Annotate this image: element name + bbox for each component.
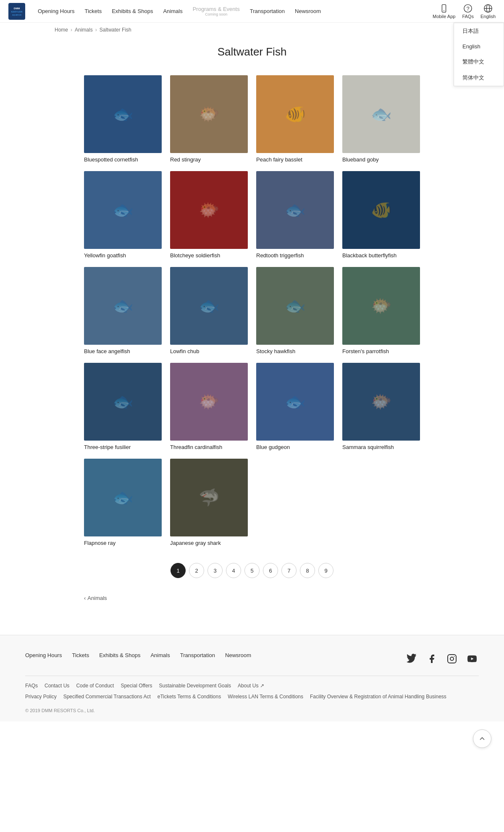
nav-tickets[interactable]: Tickets xyxy=(84,8,102,14)
footer-secondary-link[interactable]: Special Offers xyxy=(121,683,152,689)
fish-placeholder: 🐡 xyxy=(342,267,420,345)
facebook-link[interactable] xyxy=(425,652,438,666)
nav-transportation[interactable]: Transportation xyxy=(250,8,285,14)
fish-name: Red stingray xyxy=(170,156,248,163)
fish-item[interactable]: 🐠 Peach fairy basslet xyxy=(256,75,334,163)
fish-item[interactable]: 🐟 Redtooth triggerfish xyxy=(256,171,334,259)
breadcrumb-animals[interactable]: Animals xyxy=(75,27,93,33)
fish-item[interactable]: 🐟 Blueband goby xyxy=(342,75,420,163)
language-button[interactable]: English xyxy=(480,4,496,19)
mobile-icon xyxy=(439,4,449,13)
fish-item[interactable]: 🐟 Lowfin chub xyxy=(170,267,248,354)
nav-newsroom[interactable]: Newsroom xyxy=(295,8,321,14)
back-to-animals-link[interactable]: ‹ Animals xyxy=(84,591,420,610)
footer-secondary-link[interactable]: Sustainable Development Goals xyxy=(159,683,231,689)
faqs-label: FAQs xyxy=(462,14,474,19)
footer-nav-link[interactable]: Exhibits & Shops xyxy=(99,652,140,658)
fish-item[interactable]: 🦈 Japanese gray shark xyxy=(170,459,248,546)
fish-item[interactable]: 🐟 Three-stripe fusilier xyxy=(84,363,162,450)
svg-text:AQUARIUM: AQUARIUM xyxy=(12,14,21,16)
page-button[interactable]: 2 xyxy=(189,563,204,578)
svg-point-12 xyxy=(450,657,454,660)
nav-animals[interactable]: Animals xyxy=(163,8,182,14)
pagination: 123456789 xyxy=(84,563,420,578)
footer-secondary-link[interactable]: FAQs xyxy=(25,683,38,689)
svg-rect-11 xyxy=(448,655,456,663)
footer-legal-link[interactable]: Privacy Policy xyxy=(25,694,57,700)
page-button[interactable]: 8 xyxy=(300,563,315,578)
fish-placeholder: 🐟 xyxy=(84,459,162,536)
footer-secondary-link[interactable]: Code of Conduct xyxy=(76,683,114,689)
fish-placeholder: 🐡 xyxy=(170,75,248,153)
nav-exhibits-shops[interactable]: Exhibits & Shops xyxy=(112,8,153,14)
fish-item[interactable]: 🐟 Bluespotted cornetfish xyxy=(84,75,162,163)
footer-legal-link[interactable]: Facility Overview & Registration of Anim… xyxy=(310,694,446,700)
back-link-label: Animals xyxy=(87,595,107,601)
faqs-button[interactable]: ? FAQs xyxy=(462,4,474,19)
page-button[interactable]: 5 xyxy=(244,563,260,578)
footer-nav-link[interactable]: Tickets xyxy=(72,652,89,658)
fish-item[interactable]: 🐡 Blotcheye soldierfish xyxy=(170,171,248,259)
page-button[interactable]: 6 xyxy=(263,563,278,578)
fish-item[interactable]: 🐟 Stocky hawkfish xyxy=(256,267,334,354)
fish-grid: 🐟 Bluespotted cornetfish 🐡 Red stingray … xyxy=(84,75,420,546)
fish-placeholder: 🐟 xyxy=(342,75,420,153)
page-button[interactable]: 9 xyxy=(318,563,333,578)
page-button[interactable]: 4 xyxy=(226,563,241,578)
footer-nav-link[interactable]: Newsroom xyxy=(225,652,251,658)
footer-secondary-link[interactable]: Contact Us xyxy=(45,683,69,689)
fish-name: Threadfin cardinalfish xyxy=(170,444,248,450)
footer-secondary-link[interactable]: About Us ↗ xyxy=(238,683,264,689)
fish-image: 🐟 xyxy=(256,171,334,249)
lang-option-japanese[interactable]: 日本語 xyxy=(454,23,504,39)
fish-image: 🐠 xyxy=(256,75,334,153)
fish-placeholder: 🐟 xyxy=(84,267,162,345)
logo-icon: DMM KARIYUSHI AQUARIUM xyxy=(8,3,25,20)
footer-nav-link[interactable]: Opening Hours xyxy=(25,652,62,658)
fish-name: Blue face angelfish xyxy=(84,348,162,354)
nav-programs-events[interactable]: Programs & Events Coming soon xyxy=(193,6,240,16)
fish-item[interactable]: 🐟 Blue gudgeon xyxy=(256,363,334,450)
nav-opening-hours[interactable]: Opening Hours xyxy=(38,8,74,14)
fish-placeholder: 🐠 xyxy=(342,171,420,249)
fish-item[interactable]: 🐡 Red stingray xyxy=(170,75,248,163)
fish-image: 🐡 xyxy=(342,267,420,345)
fish-item[interactable]: 🐡 Forsten's parrotfish xyxy=(342,267,420,354)
fish-image: 🐡 xyxy=(170,75,248,153)
footer-legal-link[interactable]: Wireless LAN Terms & Conditions xyxy=(228,694,303,700)
fish-image: 🐟 xyxy=(84,459,162,536)
fish-placeholder: 🐡 xyxy=(342,363,420,441)
page-button[interactable]: 3 xyxy=(207,563,223,578)
lang-option-simplified-chinese[interactable]: 简体中文 xyxy=(454,70,504,86)
breadcrumb-current: Saltwater Fish xyxy=(100,27,131,33)
footer-legal-link[interactable]: Specified Commercial Transactions Act xyxy=(63,694,151,700)
fish-placeholder: 🐡 xyxy=(170,363,248,441)
lang-option-traditional-chinese[interactable]: 繁體中文 xyxy=(454,54,504,70)
breadcrumb-sep-1: › xyxy=(71,27,72,33)
fish-item[interactable]: 🐡 Threadfin cardinalfish xyxy=(170,363,248,450)
footer-nav-link[interactable]: Animals xyxy=(150,652,170,658)
instagram-link[interactable] xyxy=(445,652,459,666)
back-arrow-icon: ‹ xyxy=(84,595,86,601)
footer-legal-link[interactable]: eTickets Terms & Conditions xyxy=(158,694,221,700)
youtube-link[interactable] xyxy=(465,652,479,666)
fish-name: Peach fairy basslet xyxy=(256,156,334,163)
fish-placeholder: 🐟 xyxy=(256,363,334,441)
fish-item[interactable]: 🐠 Blackback butterflyfish xyxy=(342,171,420,259)
page-button[interactable]: 1 xyxy=(171,563,186,578)
footer-nav-link[interactable]: Transportation xyxy=(180,652,215,658)
breadcrumb-home[interactable]: Home xyxy=(55,27,68,33)
footer-secondary: FAQsContact UsCode of ConductSpecial Off… xyxy=(25,676,479,689)
fish-item[interactable]: 🐡 Sammara squirrelfish xyxy=(342,363,420,450)
question-icon: ? xyxy=(463,4,472,13)
mobile-app-button[interactable]: Mobile App xyxy=(433,4,455,19)
page-button[interactable]: 7 xyxy=(281,563,297,578)
twitter-link[interactable] xyxy=(405,652,418,666)
fish-image: 🦈 xyxy=(170,459,248,536)
logo-link[interactable]: DMM KARIYUSHI AQUARIUM xyxy=(8,3,25,20)
fish-item[interactable]: 🐟 Flapnose ray xyxy=(84,459,162,546)
fish-item[interactable]: 🐟 Yellowfin goatfish xyxy=(84,171,162,259)
lang-option-english[interactable]: English xyxy=(454,39,504,54)
fish-placeholder: 🐟 xyxy=(256,267,334,345)
fish-item[interactable]: 🐟 Blue face angelfish xyxy=(84,267,162,354)
